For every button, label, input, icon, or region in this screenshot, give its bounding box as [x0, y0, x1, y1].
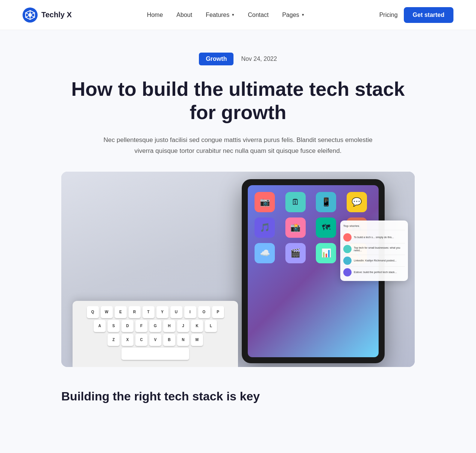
blog-description: Nec pellentesque justo facilisi sed cong…: [103, 135, 373, 157]
nav-links: Home About Features ▾ Contact Pages ▾: [142, 9, 309, 21]
hero-image-mock: 📷🗓📱💬🎵📸🗺🎮☁️🎬📊🔧 QWERTYUIOPASDFGHJKLZXCVBNM…: [61, 172, 415, 367]
tag-badge: Growth: [199, 53, 233, 65]
nav-home[interactable]: Home: [142, 9, 168, 21]
nav-pricing[interactable]: Pricing: [379, 12, 398, 18]
blog-title: How to build the ultimate tech stack for…: [69, 77, 407, 124]
notification-panel: Top storiesTo build a tech s... simply d…: [340, 220, 408, 281]
nav-features[interactable]: Features ▾: [200, 9, 240, 21]
navbar-right: Pricing Get started: [379, 7, 453, 23]
brand-name: Techly X: [41, 11, 72, 19]
nav-about[interactable]: About: [171, 9, 197, 21]
nav-contact[interactable]: Contact: [243, 9, 274, 21]
blog-meta: Growth Nov 24, 2022: [61, 53, 415, 65]
svg-point-1: [28, 13, 32, 17]
get-started-button[interactable]: Get started: [404, 7, 453, 23]
main-content: Growth Nov 24, 2022 How to build the ult…: [31, 30, 445, 418]
features-chevron-icon: ▾: [232, 12, 234, 17]
keyboard-mockup: QWERTYUIOPASDFGHJKLZXCVBNM: [73, 301, 238, 367]
pages-chevron-icon: ▾: [302, 12, 304, 17]
navbar: Techly X Home About Features ▾ Contact: [0, 0, 476, 30]
section-heading: Building the right tech stack is key: [61, 390, 415, 403]
brand-logo[interactable]: Techly X: [23, 8, 72, 23]
hero-image: 📷🗓📱💬🎵📸🗺🎮☁️🎬📊🔧 QWERTYUIOPASDFGHJKLZXCVBNM…: [61, 172, 415, 367]
logo-icon: [23, 8, 38, 23]
nav-pages[interactable]: Pages ▾: [277, 9, 309, 21]
post-date: Nov 24, 2022: [241, 56, 277, 62]
